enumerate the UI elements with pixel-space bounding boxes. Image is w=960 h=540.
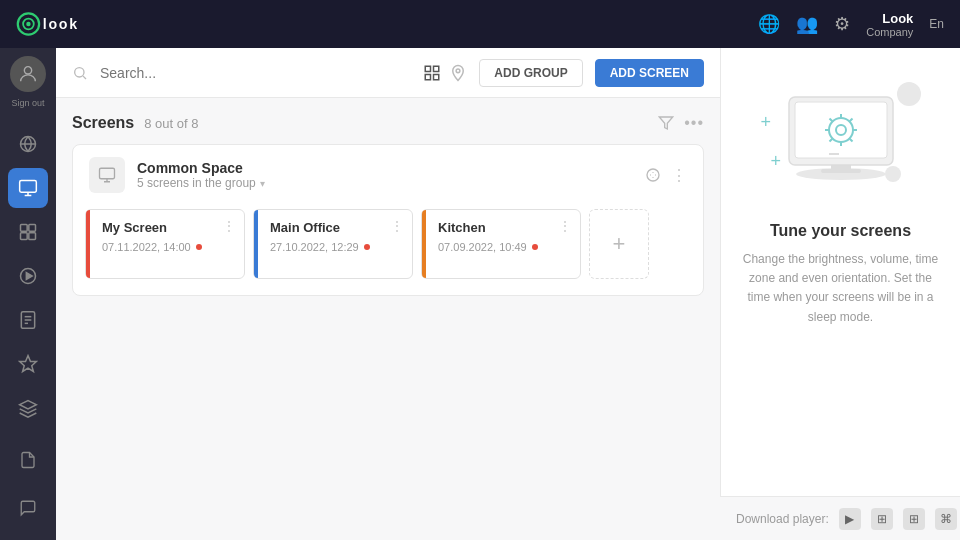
screen-date: 07.09.2022, 10:49 <box>434 241 568 253</box>
group-more-icon[interactable]: ⋮ <box>671 166 687 185</box>
screens-count: 8 out of 8 <box>144 116 198 131</box>
status-dot <box>532 244 538 250</box>
svg-point-26 <box>647 169 659 181</box>
search-icon <box>72 65 88 81</box>
settings-topbar-icon[interactable]: ⚙ <box>834 13 850 35</box>
screen-card-menu-icon[interactable]: ⋮ <box>222 218 236 234</box>
sidebar-item-chat[interactable] <box>8 488 48 528</box>
group-icon <box>89 157 125 193</box>
group-name: Common Space <box>137 160 633 176</box>
illustration: + + <box>761 72 921 202</box>
add-group-button[interactable]: ADD GROUP <box>479 59 582 87</box>
sidebar-item-play[interactable] <box>8 256 48 296</box>
sidebar-item-file[interactable] <box>8 440 48 480</box>
filter-icon[interactable] <box>658 115 674 131</box>
globe-topbar-icon[interactable]: 🌐 <box>758 13 780 35</box>
screen-name: My Screen <box>98 220 232 235</box>
sidebar-item-document[interactable] <box>8 300 48 340</box>
location-icon[interactable] <box>449 64 467 82</box>
sidebar-item-globe[interactable] <box>8 124 48 164</box>
screen-card-main-office[interactable]: Main Office 27.10.2022, 12:29 ⋮ <box>253 209 413 279</box>
download-bar: Download player: ▶ ⊞ ⊞ ⌘ △ <box>720 496 960 540</box>
svg-rect-6 <box>20 181 37 193</box>
accent-bar <box>254 210 258 278</box>
screens-header: Screens 8 out of 8 ••• <box>72 114 704 132</box>
right-panel-title: Tune your screens <box>770 222 911 240</box>
topbar-right: 🌐 👥 ⚙ Look Company En <box>758 11 944 38</box>
screen-card-menu-icon[interactable]: ⋮ <box>558 218 572 234</box>
svg-rect-10 <box>29 233 36 240</box>
download-icons: ▶ ⊞ ⊞ ⌘ △ <box>839 508 960 530</box>
screen-card-kitchen[interactable]: Kitchen 07.09.2022, 10:49 ⋮ <box>421 209 581 279</box>
group-info: Common Space 5 screens in the group ▾ <box>137 160 633 190</box>
sidebar-item-stack[interactable] <box>8 388 48 428</box>
svg-point-23 <box>456 68 460 72</box>
main-layout: Sign out <box>0 48 960 540</box>
language-selector[interactable]: En <box>929 17 944 31</box>
right-panel: + + <box>720 48 960 540</box>
status-dot <box>364 244 370 250</box>
plus-deco-1: + <box>761 112 772 133</box>
svg-rect-25 <box>100 168 115 179</box>
deco-circle-1 <box>897 82 921 106</box>
plus-deco-2: + <box>771 151 782 172</box>
screens-title: Screens 8 out of 8 <box>72 114 198 132</box>
status-dot <box>196 244 202 250</box>
group-actions: ⋮ <box>645 166 687 185</box>
screen-date: 07.11.2022, 14:00 <box>98 241 232 253</box>
screen-card-my-screen[interactable]: My Screen 07.11.2022, 14:00 ⋮ <box>85 209 245 279</box>
grid-view-icon[interactable] <box>423 64 441 82</box>
content-area: ADD GROUP ADD SCREEN Screens 8 out of 8 … <box>56 48 960 540</box>
right-panel-description: Change the brightness, volume, time zone… <box>741 250 940 327</box>
avatar <box>10 56 46 92</box>
add-icon: + <box>613 231 626 257</box>
svg-rect-9 <box>21 233 28 240</box>
svg-marker-12 <box>26 273 32 280</box>
screen-card-menu-icon[interactable]: ⋮ <box>390 218 404 234</box>
svg-marker-24 <box>660 117 673 129</box>
screens-section: Screens 8 out of 8 ••• <box>56 98 720 320</box>
group-row: Common Space 5 screens in the group ▾ <box>72 144 704 296</box>
svg-point-18 <box>75 67 84 76</box>
svg-rect-22 <box>434 74 439 79</box>
add-screen-button[interactable]: ADD SCREEN <box>595 59 704 87</box>
screen-cards: My Screen 07.11.2022, 14:00 ⋮ Main Offic… <box>73 205 703 295</box>
deco-circle-2 <box>885 166 901 182</box>
svg-rect-19 <box>426 66 431 71</box>
logo: look <box>16 10 96 38</box>
svg-marker-17 <box>20 356 37 372</box>
svg-rect-21 <box>426 74 431 79</box>
users-topbar-icon[interactable]: 👥 <box>796 13 818 35</box>
user-info: Look Company <box>866 11 913 38</box>
svg-rect-8 <box>29 225 36 232</box>
screens-actions: ••• <box>658 114 704 132</box>
sidebar: Sign out <box>0 48 56 540</box>
download-windows-icon[interactable]: ⊞ <box>871 508 893 530</box>
more-options-icon[interactable]: ••• <box>684 114 704 132</box>
screen-name: Kitchen <box>434 220 568 235</box>
sidebar-item-layers[interactable] <box>8 212 48 252</box>
svg-rect-31 <box>795 102 887 158</box>
svg-rect-29 <box>821 169 861 173</box>
svg-text:look: look <box>43 16 79 32</box>
download-label: Download player: <box>736 512 829 526</box>
sidebar-bottom <box>8 440 48 532</box>
sidebar-item-screens[interactable] <box>8 168 48 208</box>
view-toggle <box>423 64 467 82</box>
download-android-icon[interactable]: ▶ <box>839 508 861 530</box>
svg-point-4 <box>24 67 31 74</box>
download-linux-icon[interactable]: ⊞ <box>903 508 925 530</box>
add-screen-card[interactable]: + <box>589 209 649 279</box>
sidebar-item-star[interactable] <box>8 344 48 384</box>
svg-rect-7 <box>21 225 28 232</box>
accent-bar <box>422 210 426 278</box>
tune-icon[interactable] <box>645 167 661 183</box>
sign-out-label[interactable]: Sign out <box>11 98 44 108</box>
accent-bar <box>86 210 90 278</box>
search-input[interactable] <box>100 65 411 81</box>
chevron-down-icon: ▾ <box>260 178 265 189</box>
username: Look <box>882 11 913 26</box>
group-header[interactable]: Common Space 5 screens in the group ▾ <box>73 145 703 205</box>
download-apple-icon[interactable]: ⌘ <box>935 508 957 530</box>
search-bar: ADD GROUP ADD SCREEN <box>56 48 720 98</box>
